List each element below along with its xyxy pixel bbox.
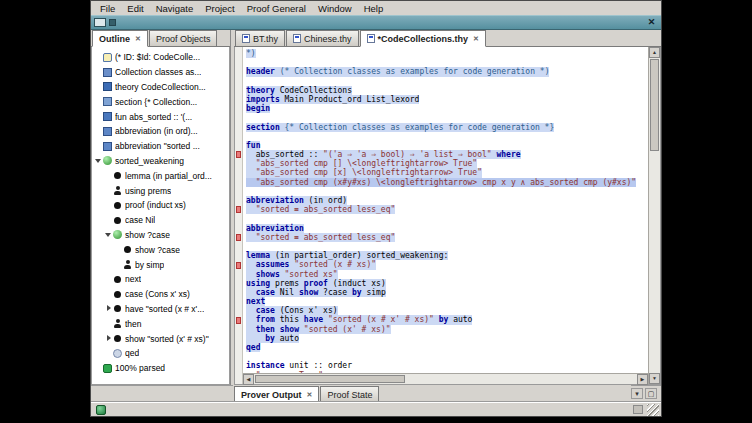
tree-item-label: show "sorted (x' # xs)" [125, 334, 209, 344]
bottom-tabs: Prover Output✕Proof State [233, 385, 631, 402]
scroll-up-icon[interactable]: ▲ [649, 47, 660, 58]
editor-body: *)header (* Collection classes as exampl… [234, 47, 661, 385]
tree-item[interactable]: show ?case [92, 242, 229, 257]
expander-spacer [104, 349, 113, 358]
expander-spacer [104, 171, 113, 180]
tab-proof-state[interactable]: Proof State [320, 386, 379, 402]
window-pin-icon[interactable] [109, 19, 116, 26]
tree-item[interactable]: abbreviation (in ord)... [92, 124, 229, 139]
menu-help[interactable]: Help [358, 2, 390, 15]
tree-item-label: show ?case [135, 245, 180, 255]
menu-proof-general[interactable]: Proof General [241, 2, 312, 15]
tree-item-label: next [125, 274, 141, 284]
tree-item[interactable]: then [92, 316, 229, 331]
menu-project[interactable]: Project [199, 2, 241, 15]
expander-spacer [94, 364, 103, 373]
tree-item[interactable]: by simp [92, 257, 229, 272]
tree-item-label: lemma (in partial_ord... [125, 171, 212, 181]
tree-item[interactable]: abbreviation "sorted ... [92, 139, 229, 154]
scroll-down-icon[interactable]: ▼ [649, 373, 660, 384]
annotation-marker [236, 262, 241, 269]
tree-item[interactable]: theory CodeCollection... [92, 80, 229, 95]
scroll-right-icon[interactable]: ▶ [637, 374, 648, 385]
vertical-scrollbar[interactable]: ▲ ▼ [648, 47, 660, 384]
tree-item[interactable]: case (Cons x' xs) [92, 287, 229, 302]
tab-close-icon[interactable]: ✕ [133, 35, 141, 43]
tree-item[interactable]: proof (induct xs) [92, 198, 229, 213]
tree-item[interactable]: section {* Collection... [92, 94, 229, 109]
vertical-scroll-thumb[interactable] [650, 59, 659, 151]
dot-icon [114, 335, 121, 342]
menu-navigate[interactable]: Navigate [150, 2, 200, 15]
editor-line [246, 214, 648, 223]
statusbar [91, 402, 661, 416]
maximize-panel-button[interactable]: ▢ [645, 388, 657, 399]
titlebar[interactable]: ✕ [91, 15, 661, 30]
close-icon[interactable]: ✕ [644, 16, 659, 29]
expander-spacer [104, 319, 113, 328]
tree-item[interactable]: sorted_weakening [92, 154, 229, 169]
tree-item-label: have "sorted (x # x'... [125, 304, 204, 314]
editor-line: then show "sorted (x' # xs)" [246, 325, 648, 334]
tree-item[interactable]: (* ID: $Id: CodeColle... [92, 50, 229, 65]
editor-line [246, 113, 648, 122]
tree-item[interactable]: show "sorted (x' # xs)" [92, 331, 229, 346]
editor-line [246, 132, 648, 141]
expand-icon[interactable] [104, 334, 113, 343]
tree-item[interactable]: 100% parsed [92, 361, 229, 376]
collapse-icon[interactable] [104, 230, 113, 239]
tab-close-icon[interactable]: ✕ [305, 391, 313, 399]
editor-line [246, 58, 648, 67]
tree-item-label: case Nil [125, 215, 155, 225]
expand-icon[interactable] [104, 304, 113, 313]
tab-prover-output[interactable]: Prover Output✕ [234, 386, 319, 403]
tree-item[interactable]: show ?case [92, 228, 229, 243]
editor-line [246, 242, 648, 251]
comment-icon [103, 53, 112, 62]
editor-line: imports Main Product_ord List_lexord [246, 95, 648, 104]
parsed-icon [103, 364, 112, 373]
tree-item[interactable]: case Nil [92, 213, 229, 228]
tab-bt-thy[interactable]: BT.thy [235, 30, 285, 46]
tree-item-label: theory CodeCollection... [115, 82, 206, 92]
editor-line: "abs_sorted cmp [x] \<longleftrightarrow… [246, 168, 648, 177]
tab-chinese-thy[interactable]: Chinese.thy [286, 30, 359, 46]
person-icon [113, 186, 122, 195]
minimize-panel-button[interactable]: ▾ [631, 388, 643, 399]
horizontal-scrollbar[interactable]: ◀ ▶ [243, 373, 648, 384]
editor-line: *) [246, 49, 648, 58]
tab-label: Outline [99, 34, 130, 44]
file-icon [367, 34, 375, 43]
tab-outline[interactable]: Outline✕ [92, 30, 148, 47]
menu-file[interactable]: File [94, 2, 121, 15]
tab-proof-objects[interactable]: Proof Objects [149, 30, 218, 46]
tree-item[interactable]: Collection classes as... [92, 65, 229, 80]
tab-close-icon[interactable]: ✕ [471, 35, 479, 43]
scroll-left-icon[interactable]: ◀ [243, 374, 254, 385]
outline-tree: (* ID: $Id: CodeColle...Collection class… [91, 47, 230, 385]
expander-spacer [94, 68, 103, 77]
tab--codecollections-thy[interactable]: *CodeCollections.thy✕ [360, 30, 486, 47]
tree-item[interactable]: lemma (in partial_ord... [92, 168, 229, 183]
expander-spacer [94, 142, 103, 151]
tree-item[interactable]: qed [92, 346, 229, 361]
editor-line: next [246, 297, 648, 306]
editor-line [246, 187, 648, 196]
dot-icon [114, 172, 121, 179]
window-menu-icon[interactable] [94, 18, 106, 27]
menubar: FileEditNavigateProjectProof GeneralWind… [91, 1, 661, 15]
annotation-ruler [235, 47, 243, 384]
tree-item[interactable]: fun abs_sorted :: '(... [92, 109, 229, 124]
menu-edit[interactable]: Edit [121, 2, 149, 15]
resize-grip[interactable] [647, 404, 659, 416]
tree-item[interactable]: have "sorted (x # x'... [92, 302, 229, 317]
tab-label: Proof State [327, 390, 372, 400]
menu-window[interactable]: Window [312, 2, 358, 15]
horizontal-scroll-thumb[interactable] [255, 375, 405, 383]
tree-item[interactable]: using prems [92, 183, 229, 198]
status-right-icon [633, 405, 643, 414]
collapse-icon[interactable] [94, 156, 103, 165]
person-icon [123, 260, 132, 269]
code-area[interactable]: *)header (* Collection classes as exampl… [243, 47, 648, 373]
tree-item[interactable]: next [92, 272, 229, 287]
